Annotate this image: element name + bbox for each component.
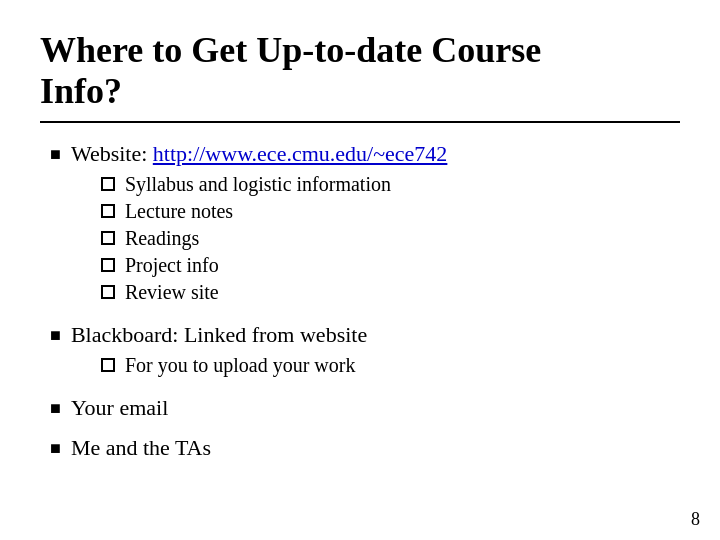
sub-bullet-marker [101, 177, 115, 191]
sub-bullet-text: Review site [125, 281, 680, 304]
bullet-email: ■ Your email [50, 395, 680, 421]
bullet-tas: ■ Me and the TAs [50, 435, 680, 461]
slide-content: ■ Website: http://www.ece.cmu.edu/~ece74… [40, 141, 680, 461]
title-line1: Where to Get Up-to-date Course [40, 30, 541, 70]
list-item: Project info [101, 254, 680, 277]
website-link[interactable]: http://www.ece.cmu.edu/~ece742 [153, 141, 448, 166]
bullet-website-text: Website: http://www.ece.cmu.edu/~ece742 … [71, 141, 680, 308]
list-item: Lecture notes [101, 200, 680, 223]
sub-bullet-marker [101, 358, 115, 372]
website-prefix: Website: [71, 141, 153, 166]
bullet-marker-3: ■ [50, 398, 61, 419]
sub-bullet-text: Project info [125, 254, 680, 277]
list-item: For you to upload your work [101, 354, 680, 377]
website-sub-bullets: Syllabus and logistic information Lectur… [71, 173, 680, 304]
list-item: Syllabus and logistic information [101, 173, 680, 196]
bullet-blackboard-text: Blackboard: Linked from website For you … [71, 322, 680, 381]
title-line2: Info? [40, 71, 122, 111]
bullet-marker-4: ■ [50, 438, 61, 459]
sub-bullet-text: For you to upload your work [125, 354, 680, 377]
bullet-marker-2: ■ [50, 325, 61, 346]
tas-label: Me and the TAs [71, 435, 211, 460]
page-number: 8 [691, 509, 700, 530]
sub-bullet-marker [101, 231, 115, 245]
sub-bullet-text: Readings [125, 227, 680, 250]
blackboard-sub-bullets: For you to upload your work [71, 354, 680, 377]
list-item: Readings [101, 227, 680, 250]
bullet-blackboard: ■ Blackboard: Linked from website For yo… [50, 322, 680, 381]
sub-bullet-marker [101, 285, 115, 299]
list-item: Review site [101, 281, 680, 304]
bullet-email-text: Your email [71, 395, 680, 421]
sub-bullet-marker [101, 258, 115, 272]
slide-title: Where to Get Up-to-date Course Info? [40, 30, 680, 123]
sub-bullet-text: Syllabus and logistic information [125, 173, 680, 196]
sub-bullet-text: Lecture notes [125, 200, 680, 223]
bullet-tas-text: Me and the TAs [71, 435, 680, 461]
blackboard-label: Blackboard: Linked from website [71, 322, 367, 347]
slide: Where to Get Up-to-date Course Info? ■ W… [0, 0, 720, 540]
sub-bullet-marker [101, 204, 115, 218]
email-label: Your email [71, 395, 168, 420]
bullet-website: ■ Website: http://www.ece.cmu.edu/~ece74… [50, 141, 680, 308]
bullet-marker-1: ■ [50, 144, 61, 165]
